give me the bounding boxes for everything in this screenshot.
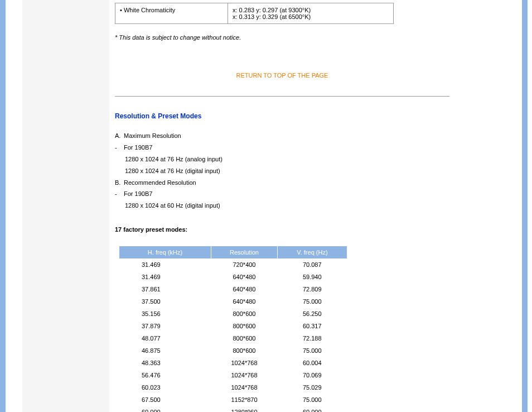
mode-a-sub: -For 190B7 [115,142,449,154]
mode-b-detail1: 1280 x 1024 at 60 Hz (digital input) [115,200,449,212]
table-row: 48.3631024*76860.004 [119,357,347,369]
cell-hfreq: 37.861 [119,283,211,295]
table-row: 48.077800*60072.188 [119,332,347,344]
preset-heading: 17 factory preset modes: [115,226,449,233]
mode-a-detail2: 1280 x 1024 at 76 Hz (digital input) [115,165,449,177]
cell-vfreq: 75.000 [277,295,347,308]
cell-vfreq: 70.087 [277,258,347,271]
notice-text: * This data is subject to change without… [115,34,449,41]
cell-resolution: 640*480 [211,271,278,283]
cell-hfreq: 60.000 [119,406,211,412]
table-row: 37.500640*48075.000 [119,295,347,308]
divider [115,96,449,97]
cell-resolution: 1152*870 [211,394,278,406]
mode-b-letter: B. [115,177,124,189]
cell-vfreq: 60.000 [277,406,347,412]
cell-hfreq: 67.500 [119,394,211,406]
table-row: 31.469640*48059.940 [119,271,347,283]
right-blue-bar [522,0,528,412]
mode-b: B.Recommended Resolution [115,177,449,189]
cell-hfreq: 48.363 [119,357,211,369]
mode-b-sub1: For 190B7 [124,190,152,197]
preset-table: H. freq (kHz) Resolution V. freq (Hz) 31… [119,246,347,412]
mode-a-sub1: For 190B7 [124,144,152,151]
cell-resolution: 800*600 [211,332,278,344]
cell-vfreq: 56.250 [277,308,347,320]
cell-resolution: 1280*960 [211,406,278,412]
table-row: 67.5001152*87075.000 [119,394,347,406]
cell-resolution: 1024*768 [211,369,278,381]
cell-resolution: 800*600 [211,320,278,332]
cell-resolution: 800*600 [211,344,278,357]
mode-a-text: Maximum Resolution [124,132,181,139]
table-row: 60.0231024*76875.029 [119,381,347,394]
cell-vfreq: 60.317 [277,320,347,332]
cell-hfreq: 37.879 [119,320,211,332]
return-to-top-link[interactable]: RETURN TO TOP OF THE PAGE [236,72,328,79]
preset-header-vfreq: V. freq (Hz) [277,246,347,258]
cell-vfreq: 75.000 [277,394,347,406]
cell-vfreq: 70.069 [277,369,347,381]
cell-vfreq: 60.004 [277,357,347,369]
cell-hfreq: 46.875 [119,344,211,357]
cell-resolution: 1024*768 [211,357,278,369]
table-row: 37.879800*60060.317 [119,320,347,332]
mode-a-letter: A. [115,130,124,142]
cell-resolution: 640*480 [211,283,278,295]
cell-hfreq: 48.077 [119,332,211,344]
cell-resolution: 800*600 [211,308,278,320]
mode-b-text: Recommended Resolution [124,179,196,186]
cell-hfreq: 31.469 [119,258,211,271]
mode-b-dash: - [115,188,124,200]
section-title: Resolution & Preset Modes [115,112,449,120]
spec-value-line1: x: 0.283 y: 0.297 (at 9300°K) [233,7,389,13]
cell-hfreq: 35.156 [119,308,211,320]
cell-vfreq: 72.188 [277,332,347,344]
cell-hfreq: 60.023 [119,381,211,394]
preset-header-resolution: Resolution [211,246,278,258]
left-blue-bar [0,0,6,412]
table-row: 56.4761024*76870.069 [119,369,347,381]
mode-a-detail1: 1280 x 1024 at 76 Hz (analog input) [115,154,449,165]
cell-hfreq: 31.469 [119,271,211,283]
cell-resolution: 640*480 [211,295,278,308]
table-row: 37.861640*48072.809 [119,283,347,295]
spec-label: • White Chromaticity [115,3,228,24]
main-content: • White Chromaticity x: 0.283 y: 0.297 (… [109,0,461,412]
cell-hfreq: 56.476 [119,369,211,381]
cell-vfreq: 75.000 [277,344,347,357]
cell-resolution: 1024*768 [211,381,278,394]
spec-table: • White Chromaticity x: 0.283 y: 0.297 (… [115,3,394,24]
mode-b-sub: -For 190B7 [115,188,449,200]
cell-vfreq: 59.940 [277,271,347,283]
table-row: 46.875800*60075.000 [119,344,347,357]
mode-a: A.Maximum Resolution [115,130,449,142]
cell-hfreq: 37.500 [119,295,211,308]
spec-value: x: 0.283 y: 0.297 (at 9300°K) x: 0.313 y… [228,3,394,24]
table-row: 35.156800*60056.250 [119,308,347,320]
return-link-container: RETURN TO TOP OF THE PAGE [115,71,449,79]
mode-a-dash: - [115,142,124,154]
cell-vfreq: 75.029 [277,381,347,394]
table-row: 60.0001280*96060.000 [119,406,347,412]
cell-resolution: 720*400 [211,258,278,271]
spec-value-line2: x: 0.313 y: 0.329 (at 6500°K) [233,13,389,20]
left-sidebar [22,0,109,412]
modes-list: A.Maximum Resolution -For 190B7 1280 x 1… [115,130,449,212]
table-row: 31.469720*40070.087 [119,258,347,271]
preset-header-hfreq: H. freq (kHz) [119,246,211,258]
cell-vfreq: 72.809 [277,283,347,295]
